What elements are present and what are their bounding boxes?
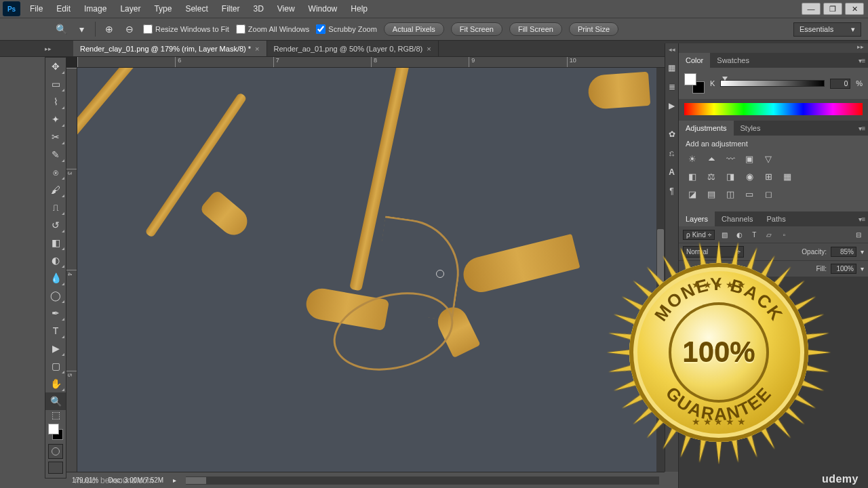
levels-adjust-icon[interactable]: ⏶ (705, 152, 718, 165)
hue-adjust-icon[interactable]: ◧ (686, 169, 699, 183)
clone-stamp-tool-icon[interactable]: ⎍ (45, 199, 66, 216)
layer-filter-kind[interactable]: ρ Kind ÷ (683, 230, 715, 240)
healing-brush-tool-icon[interactable]: ⍟ (45, 163, 66, 181)
path-selection-tool-icon[interactable]: ▶ (45, 340, 66, 357)
lasso-tool-icon[interactable]: ⌇ (45, 93, 66, 110)
filter-smart-icon[interactable]: ▫ (778, 229, 789, 240)
blur-tool-icon[interactable]: 💧 (45, 269, 66, 287)
gradient-tool-icon[interactable]: ◐ (45, 251, 66, 269)
eraser-tool-icon[interactable]: ◧ (45, 234, 66, 251)
screen-mode-button[interactable] (48, 462, 63, 474)
chevron-right-icon[interactable]: ▸ (173, 476, 176, 484)
color-balance-adjust-icon[interactable]: ⚖ (705, 169, 718, 183)
scrubby-zoom-checkbox[interactable]: Scrubby Zoom (316, 24, 377, 34)
document-tab[interactable]: Render_ao_01.png @ 50% (Layer 0, RGB/8) … (267, 41, 439, 56)
default-colors-icon[interactable]: ⬚ (45, 410, 66, 420)
pen-tool-icon[interactable]: ✒ (45, 304, 66, 322)
expand-dock-icon[interactable]: ◂◂ (669, 46, 675, 57)
tab-styles[interactable]: Styles (734, 121, 768, 136)
actual-pixels-button[interactable]: Actual Pixels (384, 22, 444, 36)
filter-adjustment-icon[interactable]: ◐ (734, 229, 745, 240)
menu-select[interactable]: Select (178, 0, 214, 18)
curves-adjust-icon[interactable]: 〰 (724, 152, 737, 165)
history-brush-tool-icon[interactable]: ↺ (45, 216, 66, 234)
marquee-tool-icon[interactable]: ▭ (45, 75, 66, 93)
color-swatches[interactable] (45, 422, 66, 441)
zoom-tool-icon[interactable]: 🔍 (45, 392, 66, 410)
tab-channels[interactable]: Channels (715, 211, 760, 226)
chevron-down-icon[interactable]: ▾ (861, 265, 864, 272)
collapse-tools-icon[interactable]: ▸▸ (41, 41, 56, 57)
properties-panel-icon[interactable]: ≣ (665, 79, 679, 95)
invert-adjust-icon[interactable]: ◪ (686, 187, 699, 201)
close-icon[interactable]: × (255, 45, 259, 53)
filter-type-icon[interactable]: T (749, 229, 760, 240)
zoom-all-checkbox[interactable]: Zoom All Windows (236, 24, 309, 34)
maximize-button[interactable]: ❐ (823, 3, 842, 15)
panel-menu-icon[interactable]: ▾≡ (856, 53, 868, 68)
bw-adjust-icon[interactable]: ◨ (724, 169, 737, 183)
tool-preset-dropdown-icon[interactable]: ▾ (75, 22, 88, 36)
menu-edit[interactable]: Edit (50, 0, 77, 18)
brush-panel-icon[interactable]: ✿ (665, 126, 679, 142)
horizontal-ruler[interactable]: 678910 (77, 57, 665, 68)
menu-filter[interactable]: Filter (215, 0, 247, 18)
menu-layer[interactable]: Layer (113, 0, 147, 18)
workspace-selector[interactable]: Essentials▾ (793, 22, 861, 37)
collapse-panels-icon[interactable]: ▸▸ (857, 43, 864, 53)
eyedropper-tool-icon[interactable]: ✎ (45, 146, 66, 163)
document-tab-active[interactable]: Render_clay_01.png @ 179% (rim, Layer Ma… (73, 41, 267, 56)
menu-type[interactable]: Type (147, 0, 178, 18)
tab-color[interactable]: Color (679, 53, 710, 68)
tab-layers[interactable]: Layers (679, 211, 715, 226)
clone-source-panel-icon[interactable]: ⎌ (665, 145, 679, 161)
channel-mixer-adjust-icon[interactable]: ⊞ (762, 169, 775, 183)
type-tool-icon[interactable]: T (45, 322, 66, 340)
filter-toggle-icon[interactable]: ⊟ (853, 229, 864, 240)
menu-view[interactable]: View (271, 0, 302, 18)
posterize-adjust-icon[interactable]: ▤ (705, 187, 718, 201)
paragraph-panel-icon[interactable]: ¶ (665, 183, 679, 199)
color-swatch-pair[interactable] (684, 73, 705, 94)
exposure-adjust-icon[interactable]: ▣ (743, 152, 756, 165)
menu-3d[interactable]: 3D (246, 0, 270, 18)
zoom-out-icon[interactable]: ⊖ (123, 22, 136, 36)
print-size-button[interactable]: Print Size (569, 22, 618, 36)
magic-wand-tool-icon[interactable]: ✦ (45, 110, 66, 128)
menu-image[interactable]: Image (77, 0, 113, 18)
chevron-down-icon[interactable]: ▾ (861, 248, 864, 256)
color-spectrum[interactable] (684, 103, 863, 115)
fit-screen-button[interactable]: Fit Screen (451, 22, 502, 36)
opacity-value[interactable]: 85% (831, 247, 856, 257)
move-tool-icon[interactable]: ✥ (45, 58, 66, 75)
brush-tool-icon[interactable]: 🖌 (45, 181, 66, 199)
crop-tool-icon[interactable]: ✂ (45, 128, 66, 146)
menu-window[interactable]: Window (302, 0, 344, 18)
k-channel-slider[interactable] (720, 80, 825, 87)
panel-menu-icon[interactable]: ▾≡ (856, 211, 868, 226)
selective-color-adjust-icon[interactable]: ◻ (762, 187, 775, 201)
tab-swatches[interactable]: Swatches (710, 53, 756, 68)
dodge-tool-icon[interactable]: ◯ (45, 287, 66, 304)
resize-windows-checkbox[interactable]: Resize Windows to Fit (143, 24, 229, 34)
fill-screen-button[interactable]: Fill Screen (509, 22, 562, 36)
vertical-ruler[interactable]: 345 (66, 68, 77, 472)
filter-shape-icon[interactable]: ▱ (764, 229, 774, 240)
tab-paths[interactable]: Paths (760, 211, 793, 226)
hand-tool-icon[interactable]: ✋ (45, 375, 66, 392)
character-panel-icon[interactable]: A (665, 164, 679, 180)
color-lookup-adjust-icon[interactable]: ▦ (781, 169, 794, 183)
close-icon[interactable]: × (427, 45, 431, 53)
document-canvas[interactable] (77, 68, 656, 472)
fill-value[interactable]: 100% (831, 264, 856, 274)
zoom-tool-icon[interactable]: 🔍 (54, 22, 68, 36)
minimize-button[interactable]: — (802, 3, 821, 15)
filter-pixel-icon[interactable]: ▧ (719, 229, 730, 240)
threshold-adjust-icon[interactable]: ◫ (724, 187, 737, 201)
quick-mask-button[interactable] (48, 444, 63, 459)
brightness-adjust-icon[interactable]: ☀ (686, 152, 699, 165)
actions-panel-icon[interactable]: ▶ (665, 98, 679, 114)
vibrance-adjust-icon[interactable]: ▽ (762, 152, 775, 165)
k-channel-value[interactable]: 0 (830, 79, 850, 89)
history-panel-icon[interactable]: ▦ (665, 60, 679, 76)
